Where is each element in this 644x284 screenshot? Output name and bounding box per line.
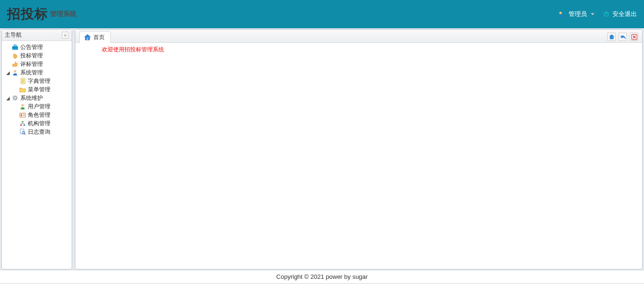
tabs-bar: 首页 <box>75 30 642 43</box>
app-title-main: 招投标 <box>7 5 48 23</box>
sidebar-item-label: 投标管理 <box>20 52 43 60</box>
org-icon <box>19 120 26 127</box>
sidebar-item-label: 系统维护 <box>20 94 43 102</box>
app-footer: Copyright © 2021 power by sugar <box>0 270 644 283</box>
tab-tool-close[interactable] <box>630 32 638 41</box>
svg-line-20 <box>13 99 14 100</box>
sidebar: 主导航 « ▸ 公告管理 ▸ 投标管理 ▸ 评标管理 <box>1 29 72 269</box>
gear-icon <box>11 94 19 102</box>
search-doc-icon <box>19 128 26 136</box>
tab-tool-back[interactable] <box>619 32 627 41</box>
svg-rect-4 <box>14 45 16 46</box>
sidebar-item-user-manage[interactable]: ▸ 用户管理 <box>2 102 72 111</box>
tab-label: 首页 <box>93 33 105 41</box>
footer-text: Copyright © 2021 power by sugar <box>276 273 368 280</box>
sidebar-item-label: 日志查询 <box>28 128 50 136</box>
sidebar-item-log-query[interactable]: ▸ 日志查询 <box>2 128 72 136</box>
svg-point-0 <box>559 12 561 14</box>
sidebar-item-org-manage[interactable]: ▸ 机构管理 <box>2 119 72 128</box>
document-icon <box>19 77 26 85</box>
sidebar-item-label: 角色管理 <box>28 111 50 119</box>
user-icon <box>11 69 19 76</box>
svg-point-6 <box>14 70 16 73</box>
app-title-sub: 管理系统 <box>50 10 76 18</box>
welcome-text: 欢迎使用招投标管理系统 <box>102 46 642 54</box>
sidebar-item-label: 公告管理 <box>20 43 43 51</box>
briefcase-icon <box>11 43 19 51</box>
sidebar-item-dict[interactable]: ▸ 字典管理 <box>2 77 72 85</box>
sidebar-item-pingbiao[interactable]: ▸ 评标管理 <box>2 60 72 68</box>
hand-icon <box>11 52 19 59</box>
svg-rect-23 <box>21 114 23 116</box>
svg-rect-27 <box>20 124 22 126</box>
sidebar-item-label: 菜单管理 <box>28 86 50 94</box>
logout-button[interactable]: 安全退出 <box>603 10 637 18</box>
sidebar-title: 主导航 <box>5 31 62 39</box>
sidebar-item-label: 评标管理 <box>20 60 43 68</box>
sidebar-item-label: 机构管理 <box>28 120 50 128</box>
id-card-icon <box>19 111 26 119</box>
svg-point-12 <box>14 97 16 99</box>
home-icon <box>83 33 91 41</box>
user-icon <box>19 103 26 110</box>
content-panel: 首页 欢迎使用招投标管理系统 <box>75 29 643 269</box>
nav-tree: ▸ 公告管理 ▸ 投标管理 ▸ 评标管理 ◢ 系统管理 <box>2 41 72 138</box>
sidebar-item-label: 系统管理 <box>20 69 43 77</box>
sidebar-item-label: 字典管理 <box>28 77 50 85</box>
sidebar-item-menu[interactable]: ▸ 菜单管理 <box>2 85 72 94</box>
app-header: 招投标 管理系统 管理员 安全退出 <box>0 0 644 28</box>
user-icon <box>557 10 564 18</box>
svg-line-17 <box>13 96 14 97</box>
sidebar-header: 主导航 « <box>2 30 72 41</box>
tree-toggle-icon[interactable]: ◢ <box>5 96 11 101</box>
svg-line-31 <box>25 134 26 135</box>
sidebar-item-gonggao[interactable]: ▸ 公告管理 <box>2 43 72 51</box>
sidebar-item-system-maintain[interactable]: ◢ 系统维护 <box>2 94 72 102</box>
folder-icon <box>19 86 26 93</box>
tab-tools <box>607 32 640 42</box>
svg-rect-28 <box>24 124 25 126</box>
user-menu[interactable]: 管理员 <box>557 10 594 18</box>
svg-rect-26 <box>22 121 24 122</box>
svg-rect-32 <box>87 38 88 40</box>
chevron-down-icon <box>591 13 594 15</box>
tab-home[interactable]: 首页 <box>79 31 111 43</box>
svg-line-19 <box>17 96 17 97</box>
thumbs-up-icon <box>11 60 19 68</box>
svg-line-18 <box>17 99 17 100</box>
collapse-sidebar-button[interactable]: « <box>62 32 69 39</box>
logout-label: 安全退出 <box>612 10 637 18</box>
sidebar-item-role-manage[interactable]: ▸ 角色管理 <box>2 111 72 119</box>
tab-tool-home[interactable] <box>607 32 616 41</box>
user-label: 管理员 <box>569 10 587 18</box>
sidebar-item-label: 用户管理 <box>28 103 50 111</box>
power-icon <box>603 11 610 17</box>
sidebar-item-toubiao[interactable]: ▸ 投标管理 <box>2 51 72 60</box>
content-body: 欢迎使用招投标管理系统 <box>75 43 642 269</box>
tree-toggle-icon[interactable]: ◢ <box>5 70 11 75</box>
svg-point-21 <box>21 104 24 106</box>
sidebar-item-system-manage[interactable]: ◢ 系统管理 <box>2 68 72 77</box>
